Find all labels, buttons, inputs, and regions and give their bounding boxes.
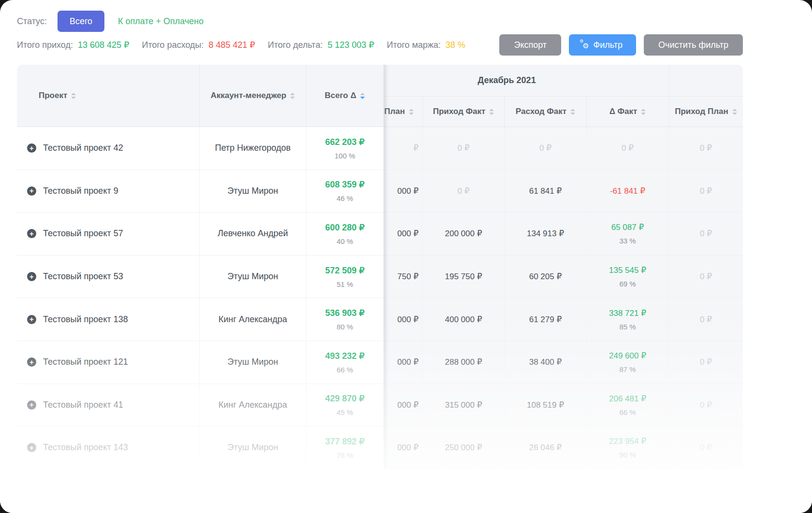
expense-fact-value: 61 279 ₽ bbox=[529, 314, 562, 325]
expense-fact-cell: 61 279 ₽ bbox=[505, 298, 587, 341]
manager-cell: Этуш Мирон bbox=[200, 256, 306, 298]
expand-row-button[interactable]: + bbox=[27, 315, 36, 324]
filter-button[interactable]: ⚙ Фильтр bbox=[569, 34, 636, 56]
income-fact-value: 315 000 ₽ bbox=[445, 400, 482, 410]
column-header-manager-label: Аккаунт-менеджер bbox=[211, 91, 287, 100]
table-row: +Тестовый проект 121Этуш Мирон493 232 ₽6… bbox=[17, 341, 743, 384]
expand-row-button[interactable]: + bbox=[27, 229, 36, 238]
total-income-value: 13 608 425 ₽ bbox=[78, 40, 130, 50]
delta-fact-cell: 65 087 ₽33 % bbox=[587, 213, 669, 255]
status-filter-total[interactable]: Всего bbox=[58, 11, 104, 32]
total-delta-cell: 662 203 ₽100 % bbox=[306, 127, 384, 170]
expense-fact-cell: 134 913 ₽ bbox=[505, 213, 587, 255]
income-fact-cell: 315 000 ₽ bbox=[423, 384, 505, 427]
total-delta-stack: 429 870 ₽45 % bbox=[325, 393, 365, 416]
column-header-expense-fact[interactable]: Расход Факт bbox=[505, 97, 587, 127]
income-fact-cell: 288 000 ₽ bbox=[423, 341, 505, 384]
column-header-project[interactable]: Проект bbox=[17, 65, 200, 127]
column-header-delta-fact[interactable]: Δ Факт bbox=[587, 97, 669, 127]
column-header-total-delta[interactable]: Всего Δ bbox=[306, 65, 384, 127]
status-label: Статус: bbox=[17, 16, 47, 27]
income-plan-value: 0 ₽ bbox=[700, 314, 712, 325]
expand-row-button[interactable]: + bbox=[27, 400, 36, 410]
expense-fact-cell: 38 400 ₽ bbox=[505, 341, 587, 384]
sort-icon bbox=[290, 93, 295, 99]
income-plan-value: 0 ₽ bbox=[700, 442, 712, 453]
clear-filter-button[interactable]: Очистить фильтр bbox=[644, 34, 743, 56]
delta-fact-stack: 338 721 ₽85 % bbox=[609, 308, 646, 331]
expand-row-button[interactable]: + bbox=[27, 186, 36, 196]
expand-row-button[interactable]: + bbox=[27, 443, 36, 452]
plan-value: 000 ₽ bbox=[397, 442, 419, 453]
income-plan-cell: 0 ₽ bbox=[669, 341, 743, 384]
delta-fact-stack: 0 ₽ bbox=[622, 143, 634, 153]
income-fact-cell: 250 000 ₽ bbox=[423, 427, 505, 469]
total-delta-cell: 377 892 ₽76 % bbox=[306, 427, 384, 469]
table-row: +Тестовый проект 57Левченко Андрей600 28… bbox=[17, 213, 743, 256]
plan-cell: 000 ₽ bbox=[384, 427, 423, 469]
export-button[interactable]: Экспорт bbox=[499, 34, 561, 56]
table-row: +Тестовый проект 138Кинг Александра536 9… bbox=[17, 298, 743, 341]
expense-fact-cell: 60 205 ₽ bbox=[505, 256, 587, 298]
income-fact-value: 250 000 ₽ bbox=[445, 442, 482, 453]
delta-fact-cell: 249 600 ₽87 % bbox=[587, 341, 669, 384]
total-delta-percent: 80 % bbox=[336, 323, 353, 331]
manager-name: Кинг Александра bbox=[218, 314, 287, 325]
table-row: +Тестовый проект 143Этуш Мирон377 892 ₽7… bbox=[17, 427, 743, 470]
project-name: Тестовый проект 53 bbox=[43, 271, 123, 282]
column-header-plan[interactable]: План bbox=[384, 97, 423, 127]
column-header-income-fact[interactable]: Приход Факт bbox=[423, 97, 505, 127]
total-delta-percent: 51 % bbox=[336, 280, 353, 288]
total-expenses-value: 8 485 421 ₽ bbox=[209, 40, 256, 50]
total-delta-cell: 429 870 ₽45 % bbox=[306, 384, 384, 427]
status-filter-payable-paid[interactable]: К оплате + Оплачено bbox=[118, 16, 203, 27]
plan-cell: 000 ₽ bbox=[384, 341, 423, 384]
project-name: Тестовый проект 41 bbox=[43, 400, 123, 410]
income-plan-value: 0 ₽ bbox=[700, 271, 712, 282]
manager-cell: Кинг Александра bbox=[200, 298, 306, 341]
delta-fact-stack: 249 600 ₽87 % bbox=[609, 351, 646, 373]
column-group-next-month bbox=[669, 65, 743, 97]
delta-fact-percent: 85 % bbox=[619, 323, 636, 331]
column-header-manager[interactable]: Аккаунт-менеджер bbox=[200, 65, 306, 127]
delta-fact-percent: 33 % bbox=[619, 237, 636, 245]
total-delta-stack: 493 232 ₽66 % bbox=[325, 351, 365, 374]
column-header-income-fact-label: Приход Факт bbox=[433, 107, 486, 116]
income-fact-value: 195 750 ₽ bbox=[445, 271, 482, 282]
income-fact-value: 288 000 ₽ bbox=[445, 357, 482, 367]
total-delta-amount: 536 903 ₽ bbox=[325, 308, 365, 318]
plan-value: 000 ₽ bbox=[397, 357, 419, 367]
manager-cell: Левченко Андрей bbox=[200, 213, 306, 255]
expense-fact-value: 38 400 ₽ bbox=[529, 357, 562, 367]
column-header-income-plan[interactable]: Приход План bbox=[669, 97, 743, 127]
total-delta-stack: 572 509 ₽51 % bbox=[325, 265, 365, 288]
delta-fact-percent: 87 % bbox=[619, 365, 636, 373]
manager-cell: Этуш Мирон bbox=[200, 170, 306, 213]
total-delta-value: 5 123 003 ₽ bbox=[328, 40, 375, 50]
expense-fact-value: 108 519 ₽ bbox=[527, 400, 564, 410]
income-plan-cell: 0 ₽ bbox=[669, 427, 743, 469]
total-delta-percent: 45 % bbox=[336, 408, 353, 416]
table-row: +Тестовый проект 41Кинг Александра429 87… bbox=[17, 384, 743, 427]
delta-fact-cell: 338 721 ₽85 % bbox=[587, 298, 669, 341]
expand-row-button[interactable]: + bbox=[27, 143, 36, 153]
status-bar: Статус: Всего К оплате + Оплачено bbox=[0, 0, 812, 32]
total-delta-amount: 600 280 ₽ bbox=[325, 222, 365, 233]
plan-value: 750 ₽ bbox=[397, 271, 419, 282]
expand-row-button[interactable]: + bbox=[27, 357, 36, 367]
delta-fact-cell: 223 954 ₽90 % bbox=[587, 427, 669, 469]
projects-table: Проект Аккаунт-менеджер Всего Δ Декабрь … bbox=[17, 65, 743, 470]
delta-fact-percent: 66 % bbox=[619, 408, 636, 416]
delta-fact-amount: 0 ₽ bbox=[622, 143, 634, 153]
expand-row-button[interactable]: + bbox=[27, 272, 36, 281]
delta-fact-amount: 135 545 ₽ bbox=[609, 265, 646, 275]
manager-name: Этуш Мирон bbox=[228, 186, 278, 196]
delta-fact-stack: -61 841 ₽ bbox=[610, 186, 645, 196]
total-delta-percent: 100 % bbox=[334, 152, 355, 160]
income-fact-cell: 195 750 ₽ bbox=[423, 256, 505, 298]
column-header-plan-label: План bbox=[384, 107, 405, 116]
plan-value: 000 ₽ bbox=[397, 186, 419, 196]
total-delta-stack: 377 892 ₽76 % bbox=[325, 436, 365, 459]
delta-fact-stack: 206 481 ₽66 % bbox=[609, 394, 646, 416]
project-name: Тестовый проект 57 bbox=[43, 228, 123, 239]
